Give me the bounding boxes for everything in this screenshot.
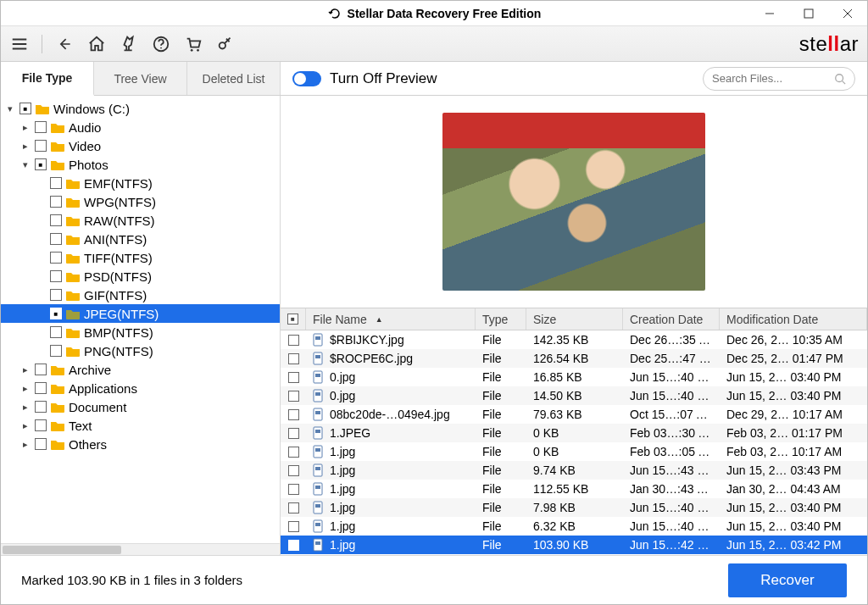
tree-node[interactable]: ▸Audio bbox=[1, 118, 280, 136]
row-checkbox[interactable] bbox=[288, 353, 299, 364]
tree-node[interactable]: WPG(NTFS) bbox=[1, 192, 280, 211]
row-checkbox[interactable] bbox=[288, 335, 299, 346]
tree-node[interactable]: RAW(NTFS) bbox=[1, 211, 280, 230]
checkbox[interactable] bbox=[50, 252, 62, 264]
checkbox[interactable] bbox=[35, 158, 47, 170]
checkbox[interactable] bbox=[19, 103, 31, 114]
row-checkbox[interactable] bbox=[288, 372, 299, 383]
file-name: 1.jpg bbox=[330, 519, 355, 533]
recover-button[interactable]: Recover bbox=[728, 563, 847, 597]
sidebar-scrollbar[interactable] bbox=[1, 543, 280, 555]
checkbox[interactable] bbox=[35, 121, 47, 133]
cart-icon[interactable] bbox=[183, 34, 203, 54]
checkbox[interactable] bbox=[35, 419, 47, 431]
table-row[interactable]: 0.jpgFile14.50 KBJun 15…:40 PMJun 15, 2…… bbox=[281, 386, 867, 405]
col-type[interactable]: Type bbox=[476, 308, 526, 330]
checkbox[interactable] bbox=[35, 364, 47, 375]
file-created: Jun 15…:40 PM bbox=[623, 370, 720, 384]
checkbox[interactable] bbox=[35, 140, 47, 152]
row-checkbox[interactable] bbox=[288, 465, 299, 476]
tree-node[interactable]: GIF(NTFS) bbox=[1, 286, 280, 304]
home-icon[interactable] bbox=[86, 34, 107, 54]
tab-deleted-list[interactable]: Deleted List bbox=[187, 62, 281, 95]
tree[interactable]: ▾Windows (C:)▸Audio▸Video▾PhotosEMF(NTFS… bbox=[1, 96, 280, 543]
tree-node[interactable]: ▸Text bbox=[1, 416, 280, 435]
folder-icon bbox=[65, 308, 81, 319]
table-row[interactable]: 1.JPEGFile0 KBFeb 03…:30 AMFeb 03, 2… 01… bbox=[281, 424, 867, 442]
row-checkbox[interactable]: ✔ bbox=[288, 540, 299, 551]
key-icon[interactable] bbox=[215, 34, 236, 54]
table-row[interactable]: 08bc20de-…049e4.jpgFile79.63 KBOct 15…:0… bbox=[281, 405, 867, 424]
tab-file-type[interactable]: File Type bbox=[1, 62, 94, 96]
toggle-switch-icon[interactable] bbox=[292, 71, 321, 86]
checkbox[interactable] bbox=[35, 382, 47, 394]
tree-node[interactable]: BMP(NTFS) bbox=[1, 323, 280, 341]
checkbox[interactable] bbox=[50, 326, 62, 338]
tree-node[interactable]: ▸Document bbox=[1, 397, 280, 416]
maximize-button[interactable] bbox=[789, 1, 828, 26]
tree-node[interactable]: ▾Windows (C:) bbox=[1, 99, 280, 118]
file-created: Oct 15…:07 AM bbox=[623, 408, 720, 421]
table-row[interactable]: ✔1.jpgFile103.90 KBJun 15…:42 PMJun 15, … bbox=[281, 536, 867, 554]
checkbox[interactable] bbox=[35, 438, 47, 450]
tree-node[interactable]: PNG(NTFS) bbox=[1, 341, 280, 360]
col-check[interactable]: ■ bbox=[281, 308, 306, 330]
table-row[interactable]: 1.jpgFile0 KBFeb 03…:05 AMFeb 03, 2… 10:… bbox=[281, 442, 867, 461]
search-input[interactable] bbox=[712, 72, 822, 85]
file-type: File bbox=[476, 370, 526, 384]
preview-toggle[interactable]: Turn Off Preview bbox=[292, 70, 437, 87]
tree-node[interactable]: TIFF(NTFS) bbox=[1, 248, 280, 267]
checkbox[interactable] bbox=[50, 345, 62, 357]
tree-node[interactable]: ANI(NTFS) bbox=[1, 230, 280, 248]
folder-icon bbox=[65, 233, 81, 245]
folder-icon bbox=[50, 438, 65, 450]
col-modified[interactable]: Modification Date bbox=[720, 308, 867, 330]
row-checkbox[interactable] bbox=[288, 521, 299, 532]
grid-body[interactable]: $RBIJKCY.jpgFile142.35 KBDec 26…:35 AMDe… bbox=[281, 330, 867, 555]
table-row[interactable]: 1.jpgFile9.74 KBJun 15…:43 PMJun 15, 2… … bbox=[281, 461, 867, 480]
checkbox[interactable] bbox=[50, 214, 62, 226]
tree-node[interactable]: ▾Photos bbox=[1, 155, 280, 174]
deep-scan-icon[interactable] bbox=[119, 34, 139, 54]
checkbox[interactable] bbox=[50, 289, 62, 301]
file-created: Dec 25…:47 PM bbox=[623, 352, 720, 365]
file-type: File bbox=[476, 389, 526, 402]
row-checkbox[interactable] bbox=[288, 447, 299, 458]
file-icon bbox=[313, 426, 325, 440]
tree-node[interactable]: ▸Others bbox=[1, 435, 280, 453]
col-created[interactable]: Creation Date bbox=[623, 308, 720, 330]
tree-node[interactable]: ▸Video bbox=[1, 136, 280, 155]
table-row[interactable]: 1.jpgFile112.55 KBJan 30…:43 AMJan 30, 2… bbox=[281, 480, 867, 498]
checkbox[interactable] bbox=[50, 177, 62, 189]
col-name[interactable]: File Name▲ bbox=[306, 308, 476, 330]
tree-node[interactable]: EMF(NTFS) bbox=[1, 174, 280, 192]
tab-tree-view[interactable]: Tree View bbox=[94, 62, 187, 95]
help-icon[interactable] bbox=[151, 34, 171, 54]
search-box[interactable] bbox=[703, 67, 855, 91]
checkbox[interactable] bbox=[50, 308, 62, 319]
hamburger-icon[interactable] bbox=[9, 34, 30, 54]
row-checkbox[interactable] bbox=[288, 409, 299, 420]
table-row[interactable]: 1.jpgFile7.98 KBJun 15…:40 PMJun 15, 2… … bbox=[281, 498, 867, 517]
checkbox[interactable] bbox=[35, 401, 47, 413]
tree-node[interactable]: JPEG(NTFS) bbox=[1, 304, 280, 323]
close-button[interactable] bbox=[828, 1, 867, 26]
table-row[interactable]: 0.jpgFile16.85 KBJun 15…:40 PMJun 15, 2…… bbox=[281, 368, 867, 386]
row-checkbox[interactable] bbox=[288, 391, 299, 402]
back-icon[interactable] bbox=[54, 34, 75, 54]
file-created: Dec 26…:35 AM bbox=[623, 333, 720, 347]
checkbox[interactable] bbox=[50, 233, 62, 245]
tree-node[interactable]: ▸Archive bbox=[1, 360, 280, 379]
checkbox[interactable] bbox=[50, 196, 62, 208]
row-checkbox[interactable] bbox=[288, 428, 299, 439]
tree-node[interactable]: ▸Applications bbox=[1, 379, 280, 397]
col-size[interactable]: Size bbox=[526, 308, 623, 330]
table-row[interactable]: 1.jpgFile6.32 KBJun 15…:40 PMJun 15, 2… … bbox=[281, 517, 867, 536]
row-checkbox[interactable] bbox=[288, 484, 299, 495]
minimize-button[interactable] bbox=[750, 1, 789, 26]
tree-node[interactable]: PSD(NTFS) bbox=[1, 267, 280, 286]
row-checkbox[interactable] bbox=[288, 502, 299, 513]
checkbox[interactable] bbox=[50, 270, 62, 282]
table-row[interactable]: $RBIJKCY.jpgFile142.35 KBDec 26…:35 AMDe… bbox=[281, 330, 867, 349]
table-row[interactable]: $ROCPE6C.jpgFile126.54 KBDec 25…:47 PMDe… bbox=[281, 349, 867, 368]
